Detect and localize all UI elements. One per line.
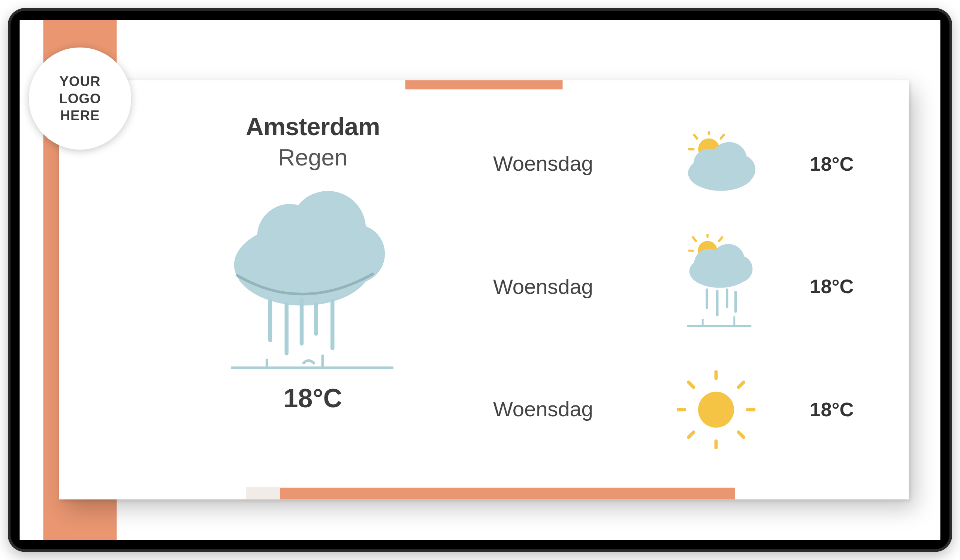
forecast-row: Woensdag [493, 235, 870, 339]
condition-label: Regen [278, 144, 348, 171]
svg-point-20 [727, 155, 755, 183]
svg-line-44 [689, 432, 694, 437]
card-content: Amsterdam Regen [59, 80, 909, 499]
svg-line-14 [694, 134, 697, 138]
forecast-day: Woensdag [493, 397, 657, 421]
svg-line-23 [693, 237, 696, 241]
forecast-row: Woensdag [493, 359, 870, 460]
logo-text: YOUR LOGO HERE [59, 73, 101, 124]
sun-icon [657, 370, 775, 449]
svg-line-45 [739, 432, 743, 437]
current-temperature: 18°C [284, 384, 342, 413]
forecast-temperature: 18°C [775, 398, 854, 421]
partly-cloudy-icon [657, 131, 775, 196]
forecast-temperature: 18°C [775, 276, 854, 298]
current-weather: Amsterdam Regen [172, 113, 454, 460]
sun-rain-icon [657, 235, 775, 339]
forecast-row: Woensdag [493, 113, 870, 214]
svg-point-29 [726, 256, 752, 282]
logo-placeholder: YOUR LOGO HERE [29, 48, 131, 150]
city-name: Amsterdam [246, 113, 380, 141]
screen: YOUR LOGO HERE Amsterdam Regen [20, 20, 941, 540]
forecast-temperature: 18°C [775, 153, 854, 175]
forecast-day: Woensdag [493, 274, 657, 299]
forecast-list: Woensdag [454, 113, 870, 460]
svg-line-42 [689, 382, 694, 387]
weather-card: Amsterdam Regen [59, 80, 909, 499]
display-frame: YOUR LOGO HERE Amsterdam Regen [8, 8, 952, 552]
svg-point-3 [326, 224, 385, 283]
svg-point-37 [698, 392, 734, 428]
forecast-day: Woensdag [493, 152, 657, 176]
svg-line-43 [739, 382, 743, 387]
svg-line-15 [721, 134, 724, 138]
svg-line-24 [719, 237, 722, 241]
rain-icon [224, 190, 402, 380]
